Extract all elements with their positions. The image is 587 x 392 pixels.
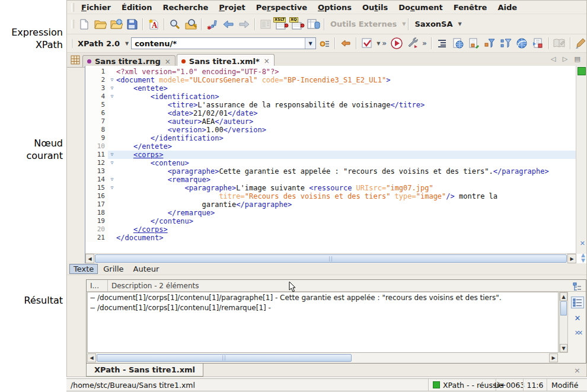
remove-all-results-icon[interactable]: ✕✕ [572, 327, 583, 338]
xpath-settings-icon[interactable] [316, 36, 332, 51]
menu-item-outils[interactable]: Outils [357, 2, 393, 13]
code-line-14[interactable]: 14▽ <remarque> [85, 176, 576, 184]
result-row-2[interactable]: −/document[1]/corps[1]/contenu[1]/remarq… [88, 302, 558, 313]
code-line-7[interactable]: 7 <auteur>AEA</auteur> [85, 117, 576, 126]
result-row-1[interactable]: −/document[1]/corps[1]/contenu[1]/paragr… [88, 292, 558, 302]
check-spelling-button[interactable]: A✱ [145, 17, 161, 31]
editor-horizontal-scrollbar[interactable]: ◀ || ▶ [85, 253, 576, 263]
scroll-down-icon[interactable]: ▼ [560, 344, 567, 352]
code-line-5[interactable]: 5 <titre>L'assurance de la responsabilit… [85, 101, 576, 109]
mode-tab-auteur[interactable]: Auteur [129, 264, 164, 273]
database-perspective-button[interactable] [305, 17, 321, 31]
refresh-references-button[interactable] [466, 36, 482, 51]
import-document-button[interactable] [530, 36, 546, 51]
toolbar2-grip[interactable] [71, 39, 72, 48]
tab-Sanstitre1.rng[interactable]: Sans titre1.rng× [82, 55, 176, 67]
code-line-1[interactable]: 1<?xml version="1.0" encoding="UTF-8"?> [85, 68, 576, 76]
code-line-18[interactable]: 18 </remarque> [85, 209, 576, 217]
results-horizontal-scrollbar[interactable]: ◀ || ▶ [87, 353, 558, 362]
validate-button[interactable] [359, 36, 375, 51]
code-line-10[interactable]: 10 </entete> [85, 142, 576, 151]
open-associated-document-button[interactable] [450, 36, 466, 51]
code-line-17[interactable]: 17 garantie</paragraphe> [85, 200, 576, 209]
last-edit-location-button[interactable]: ✱ [204, 17, 220, 31]
code-line-9[interactable]: 9 </identification> [85, 134, 576, 142]
code-line-12[interactable]: 12▽ <contenu> [85, 159, 576, 167]
format-indent-button[interactable] [573, 36, 587, 51]
code-line-4[interactable]: 4▽ <identification> [85, 93, 576, 101]
scroll-left-icon[interactable]: ◀ [85, 254, 94, 263]
menu-item-document[interactable]: Document [393, 2, 448, 13]
fold-toggle-icon[interactable]: ▽ [108, 159, 116, 167]
code-line-16[interactable]: 16 titre="Recours des voisins et des tie… [85, 192, 576, 200]
fold-toggle-icon[interactable]: ▽ [108, 76, 116, 84]
fold-toggle-icon[interactable]: ▽ [108, 93, 116, 101]
list-view-icon[interactable] [571, 297, 584, 308]
menu-item-options[interactable]: Options [312, 2, 357, 13]
toolbar-overflow-chevron[interactable]: » [380, 39, 388, 47]
code-line-6[interactable]: 6 <date>21/02/01</date> [85, 109, 576, 117]
scroll-right-icon[interactable]: ▶ [549, 353, 558, 362]
back-button[interactable] [220, 17, 236, 31]
close-tab-icon[interactable]: × [165, 58, 171, 66]
code-line-15[interactable]: 15▽ <paragraphe>L'image suivante <ressou… [85, 184, 576, 192]
editor-close-messages-icon[interactable]: ✕ [580, 240, 585, 247]
menu-item-recherche[interactable]: Recherche [158, 2, 214, 13]
code-line-8[interactable]: 8 <version>1.00</version> [85, 126, 576, 134]
save-button[interactable] [124, 17, 140, 31]
scrollbar-thumb[interactable]: || [97, 354, 352, 362]
results-col1-header[interactable]: I... [87, 280, 108, 291]
xpath-filter-button[interactable] [482, 36, 498, 51]
menu-item-dition[interactable]: Édition [116, 2, 158, 13]
combobox-dropdown-icon[interactable]: ▼ [305, 38, 315, 49]
debug-xslt-button[interactable]: XSLT [273, 17, 289, 31]
fold-toggle-icon[interactable]: ▽ [108, 176, 116, 184]
code-line-19[interactable]: 19 </contenu> [85, 217, 576, 225]
xpath-filter-multiple-button[interactable] [498, 36, 514, 51]
scroll-right-icon[interactable]: ▶ [567, 254, 576, 263]
results-list[interactable]: −/document[1]/corps[1]/contenu[1]/paragr… [87, 292, 559, 353]
menu-item-projet[interactable]: Projet [213, 2, 250, 13]
code-line-21[interactable]: 21</document> [85, 234, 576, 242]
scrollbar-thumb[interactable]: || [95, 254, 567, 263]
forward-button[interactable] [236, 17, 252, 31]
fold-toggle-icon[interactable]: ▽ [108, 151, 116, 159]
tree-view-icon[interactable] [572, 282, 583, 292]
results-col2-header[interactable]: Description - 2 éléments [108, 282, 199, 290]
code-line-20[interactable]: 20 </corps> [85, 225, 576, 234]
new-document-button[interactable] [76, 17, 92, 31]
scroll-left-icon[interactable]: ◀ [87, 353, 96, 362]
toolbar-overflow-chevron[interactable]: » [420, 39, 429, 47]
menu-item-perspective[interactable]: Perspective [251, 2, 312, 13]
menu-item-fentre[interactable]: Fenêtre [448, 2, 493, 13]
close-panel-icon[interactable]: × [574, 366, 586, 375]
code-line-2[interactable]: 2▽<document modele="ULCoursGeneral" code… [85, 76, 576, 84]
fold-toggle-icon[interactable]: ▽ [108, 184, 116, 192]
xpath-expression-input[interactable]: contenu/* [132, 39, 305, 48]
scroll-up-icon[interactable]: ▲ [560, 292, 567, 301]
code-area[interactable]: 1<?xml version="1.0" encoding="UTF-8"?>2… [85, 66, 576, 254]
menu-item-fichier[interactable]: Fichier [76, 2, 116, 13]
tab-scroll-nav-icons[interactable]: ◁ ▷ ▤ [551, 55, 583, 63]
xpath-expression-combobox[interactable]: contenu/* ▼ [131, 37, 316, 49]
outline-view-button[interactable] [434, 36, 450, 51]
mode-tab-texte[interactable]: Texte [69, 264, 98, 274]
configure-transformation-button[interactable] [404, 36, 420, 51]
xpath-results-tab[interactable]: XPath - Sans titre1.xml [86, 364, 203, 377]
search-in-files-icon[interactable] [183, 17, 199, 31]
saxonsa-menu-button[interactable]: SaxonSA ▼ [411, 17, 461, 31]
code-line-3[interactable]: 3▽ <entete> [85, 84, 576, 93]
xpath-version-selector[interactable]: XPath 2.0 ▼ [74, 36, 129, 51]
menubar-grip[interactable] [71, 3, 74, 12]
code-line-13[interactable]: 13 <paragraphe>Cette garantie est appelé… [85, 167, 576, 176]
mode-tab-grille[interactable]: Grille [99, 264, 127, 273]
xml-editor[interactable]: 1<?xml version="1.0" encoding="UTF-8"?>2… [85, 66, 586, 263]
open-url-button[interactable] [108, 17, 124, 31]
debug-xquery-button[interactable]: XQ [289, 17, 305, 31]
open-document-button[interactable] [92, 17, 108, 31]
toolbar1-grip[interactable] [71, 20, 74, 28]
menu-item-aide[interactable]: Aide [492, 2, 522, 13]
remove-result-icon[interactable]: ✕ [572, 313, 583, 323]
results-vertical-scrollbar[interactable]: ▲ ▼ [559, 292, 568, 353]
scrollbar-thumb[interactable] [560, 301, 567, 315]
